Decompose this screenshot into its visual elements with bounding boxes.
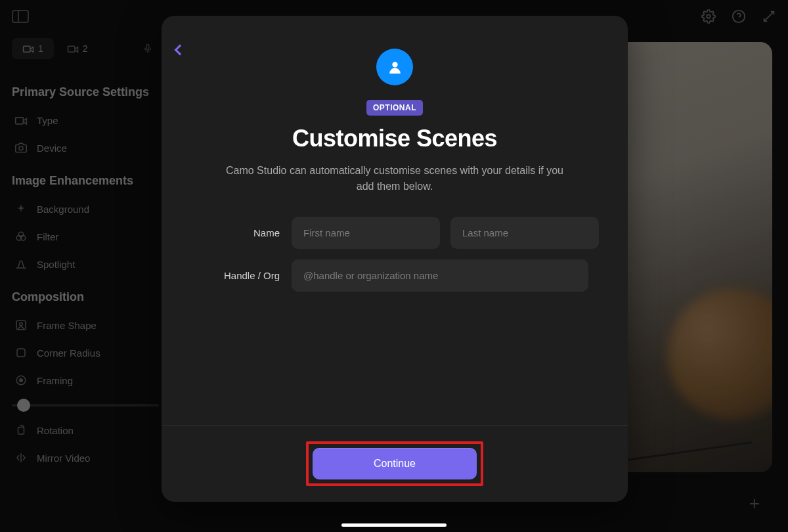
form-row-handle: Handle / Org — [201, 259, 588, 292]
highlight-box: Continue — [306, 441, 483, 486]
modal-title: Customise Scenes — [292, 125, 497, 152]
handle-input[interactable] — [292, 259, 588, 292]
optional-badge: OPTIONAL — [366, 100, 423, 116]
person-icon — [387, 59, 403, 76]
avatar-circle — [376, 49, 413, 85]
modal-footer: Continue — [162, 425, 628, 502]
handle-label: Handle / Org — [201, 270, 280, 281]
chevron-left-icon — [175, 45, 186, 56]
name-label: Name — [201, 227, 280, 238]
form-row-name: Name — [201, 217, 588, 249]
customise-scenes-modal: OPTIONAL Customise Scenes Camo Studio ca… — [162, 16, 628, 502]
home-indicator — [341, 523, 447, 527]
continue-button[interactable]: Continue — [313, 448, 477, 479]
first-name-input[interactable] — [292, 217, 440, 249]
modal-overlay: OPTIONAL Customise Scenes Camo Studio ca… — [0, 0, 788, 532]
svg-point-17 — [392, 62, 397, 67]
modal-description: Camo Studio can automatically customise … — [217, 163, 572, 194]
back-button[interactable] — [169, 39, 190, 60]
last-name-input[interactable] — [450, 217, 599, 249]
